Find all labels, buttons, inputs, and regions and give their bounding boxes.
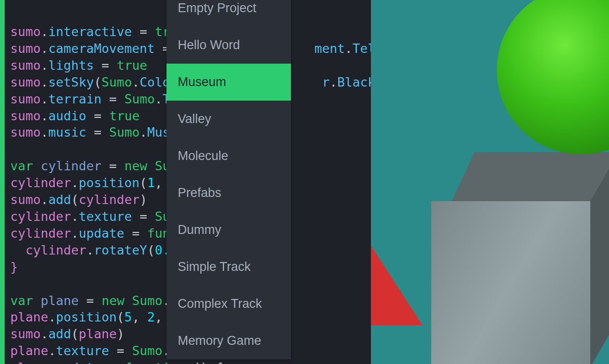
dropdown-item-complex-track[interactable]: Complex Track <box>167 285 291 322</box>
dropdown-item-empty-project[interactable]: Empty Project <box>167 0 291 27</box>
code-token: Black <box>337 75 375 89</box>
code-token: music <box>48 125 86 139</box>
code-token: 5 <box>124 310 132 324</box>
code-token: rotateY <box>94 243 147 257</box>
code-token: add <box>48 192 71 207</box>
code-token: Sumo <box>132 293 162 308</box>
code-token: interactive <box>48 24 132 39</box>
code-token: Sumo <box>109 125 139 139</box>
code-token: 1 <box>147 175 155 190</box>
code-token: setSky <box>48 75 94 89</box>
code-token: Sumo <box>102 75 132 89</box>
code-token: } <box>10 260 18 274</box>
code-token: plane <box>79 327 116 341</box>
code-token: 2 <box>147 310 155 324</box>
code-token: cylinder <box>41 159 102 173</box>
code-token: cylinder <box>10 175 71 190</box>
code-token: true <box>117 58 147 73</box>
code-token: cameraMovement <box>48 41 155 56</box>
code-token: new <box>124 159 147 173</box>
code-token: sumo <box>10 75 41 89</box>
code-token: texture <box>56 343 109 358</box>
code-token: cylinder <box>10 209 71 224</box>
dropdown-item-hello-word[interactable]: Hello Word <box>167 27 291 64</box>
preview-shape-box-front <box>431 201 590 364</box>
code-token: position <box>56 310 117 324</box>
dropdown-item-molecule[interactable]: Molecule <box>167 138 291 175</box>
code-token: Sumo <box>132 343 162 358</box>
preview-shape-box <box>431 152 609 364</box>
code-token: sumo <box>10 327 41 341</box>
code-token: cylinder <box>26 243 87 257</box>
code-token: sumo <box>10 92 41 106</box>
preview-shape-red <box>371 246 422 325</box>
code-token: update <box>56 360 102 364</box>
code-token: var <box>10 159 33 173</box>
code-token: new <box>102 293 124 308</box>
editor-gutter-bar <box>0 0 5 364</box>
code-token: true <box>109 109 139 123</box>
code-token: plane <box>10 310 48 324</box>
code-token: r <box>322 75 330 89</box>
code-token: terrain <box>48 92 102 106</box>
code-token: sumo <box>10 41 41 56</box>
code-token: add <box>48 327 71 341</box>
dropdown-item-memory-game[interactable]: Memory Game <box>167 322 291 359</box>
code-token: var <box>10 293 33 308</box>
preview-shape-sphere <box>497 0 609 154</box>
code-token: sumo <box>10 58 41 73</box>
code-token: position <box>79 175 139 190</box>
code-token: audio <box>48 109 86 123</box>
code-token: Sumo <box>124 92 155 106</box>
dropdown-item-valley[interactable]: Valley <box>167 101 291 138</box>
dropdown-item-dummy[interactable]: Dummy <box>167 211 291 248</box>
dropdown-item-museum[interactable]: Museum <box>167 64 291 101</box>
code-token: sumo <box>10 125 41 139</box>
code-token: plane <box>10 343 48 358</box>
code-token: plane <box>10 360 48 364</box>
code-token: cylinder <box>10 226 71 240</box>
code-token: ment <box>314 41 345 56</box>
dropdown-item-prefabs[interactable]: Prefabs <box>167 175 291 211</box>
code-token: sumo <box>10 192 41 207</box>
template-dropdown[interactable]: Empty Project Hello Word Museum Valley M… <box>167 0 291 359</box>
code-token: function <box>124 360 185 364</box>
code-token: cylinder <box>79 192 139 207</box>
code-token: update <box>79 226 124 240</box>
code-token: sumo <box>10 109 41 123</box>
dropdown-item-simple-track[interactable]: Simple Track <box>167 248 291 285</box>
code-token: sumo <box>10 24 41 39</box>
code-token: plane <box>41 293 79 308</box>
code-token: () { <box>185 360 223 364</box>
code-token: texture <box>79 209 132 224</box>
preview-pane <box>371 0 609 364</box>
code-token: lights <box>48 58 94 73</box>
